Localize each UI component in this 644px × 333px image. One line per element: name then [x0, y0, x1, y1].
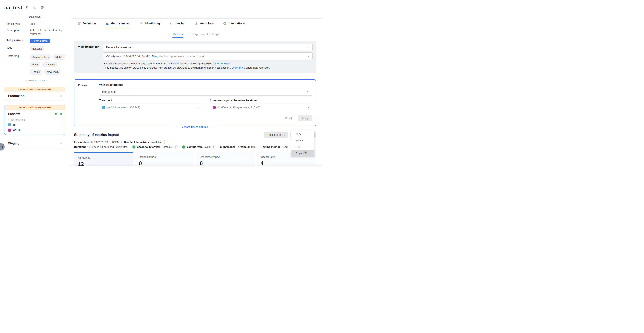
rollout-status-label: Rollout status	[6, 38, 30, 43]
treatment-select[interactable]: on (Unique users: 316,341)	[99, 104, 202, 111]
view-impact-label: View impact for	[78, 44, 103, 70]
environment-section-divider: ENVIRONMENT	[4, 79, 66, 82]
help-icon[interactable]: ?	[212, 145, 215, 148]
treatment-color-on	[102, 106, 105, 109]
share-results-menu: CSV JSON PDF Copy URL	[292, 130, 314, 156]
version-type-select[interactable]: Feature flag versions	[103, 44, 313, 51]
learn-more-link[interactable]: Learn more	[232, 66, 245, 69]
chevron-down-icon	[307, 46, 310, 49]
treatment-row-off: off ✱	[8, 128, 62, 132]
details-section-divider: DETAILS	[4, 16, 66, 18]
env-card-production[interactable]: PRODUCTION ENVIRONMENT Production	[4, 87, 65, 101]
owner-pill[interactable]: bilal+1	[53, 54, 65, 60]
help-icon[interactable]: ?	[174, 145, 177, 148]
menu-item-csv[interactable]: CSV	[292, 131, 314, 137]
treatments-label: TREATMENTS	[8, 119, 62, 121]
panel-zone: View impact for Feature flag versions V2…	[70, 38, 322, 166]
env-card-staging[interactable]: Staging	[4, 139, 65, 148]
ownership-row: Ownership Administrators bilal+1 dave ch…	[6, 54, 66, 75]
check-circle-icon: ✓	[132, 146, 136, 148]
version-select[interactable]: V21 (Active) (10/03/2022 04:59PM To Now)…	[103, 52, 313, 60]
tab-definition[interactable]: Definition	[77, 18, 96, 28]
line-chart-icon	[105, 22, 109, 25]
tab-metrics-impact[interactable]: Metrics impact	[105, 18, 131, 28]
terminal-icon	[169, 22, 173, 25]
environment-section-label: ENVIRONMENT	[24, 79, 45, 82]
default-treatment-asterisk-icon: ✱	[18, 128, 21, 132]
description-row: Description A/A test to check telemetry …	[6, 28, 66, 36]
baseline-filter: Compared against baseline treatment off …	[210, 99, 312, 111]
menu-item-copy-url[interactable]: Copy URL	[292, 150, 314, 156]
bottom-scroll-fade	[70, 164, 322, 166]
env-name-production: Production	[8, 94, 24, 98]
chevron-down-icon	[196, 106, 199, 109]
treatment-filter: Treatment on (Unique users: 316,341)	[99, 99, 202, 111]
details-section-label: DETAILS	[29, 16, 41, 18]
target-icon	[78, 22, 81, 25]
rollout-status-badge[interactable]: External Beta	[30, 38, 50, 43]
menu-item-pdf[interactable]: PDF	[292, 144, 314, 150]
targeting-rule-select[interactable]: default rule	[99, 88, 312, 96]
content-card: Definition Metrics impact Monitoring Liv…	[70, 18, 322, 166]
gear-icon[interactable]: ⚙	[40, 6, 44, 10]
owner-pill[interactable]: channing	[42, 62, 58, 67]
traffic-type-label: Traffic type	[6, 22, 30, 26]
treatment-color-off	[213, 106, 216, 109]
sidebar-collapse-toggle[interactable]: ▶	[0, 143, 5, 150]
star-icon[interactable]: ☆	[33, 6, 37, 10]
tab-audit-logs[interactable]: Audit logs	[194, 18, 214, 28]
summary-section: Summary of metrics impact Recalculate Sh…	[74, 132, 316, 166]
treatment-name-off: off	[13, 128, 16, 132]
baseline-select[interactable]: off (Default | Unique users: 315,461)	[210, 104, 312, 111]
recalculate-button[interactable]: Recalculate	[264, 132, 288, 138]
env-card-preview[interactable]: PRODUCTION ENVIRONMENT Preview TREATMENT…	[4, 105, 65, 135]
summary-meta-line-1: Last update: 05/30/2025 03:57:06PM Recal…	[74, 140, 316, 144]
rollout-status-row: Rollout status External Beta	[6, 38, 66, 43]
reset-button[interactable]: Reset	[284, 116, 292, 121]
swap-arrows-icon	[54, 112, 58, 116]
owner-pill[interactable]: dave	[30, 62, 40, 67]
treatment-label: Treatment	[99, 99, 202, 102]
owner-pill[interactable]: Team1	[30, 69, 42, 75]
env-name-preview: Preview	[8, 112, 20, 116]
treatment-color-on	[8, 124, 11, 126]
flag-header: aa_test ☆ ⚙	[0, 0, 68, 11]
version-note-1: Data for this version is automatically c…	[103, 62, 313, 66]
owner-pill[interactable]: Administrators	[30, 54, 51, 60]
filters-panel: Filters With targeting rule default rule…	[74, 79, 316, 126]
main-area: Definition Metrics impact Monitoring Liv…	[68, 0, 322, 166]
chevron-right-icon: ▶	[2, 146, 4, 148]
more-filters-toggle[interactable]: 0 more filters applied	[173, 125, 217, 128]
filters-label: Filters	[78, 83, 99, 122]
tab-monitoring[interactable]: Monitoring	[139, 18, 160, 28]
treatment-name-on: on	[13, 123, 16, 126]
traffic-type-row: Traffic type user	[6, 22, 66, 26]
tag-pill[interactable]: backend	[30, 46, 44, 52]
subtab-experiment-settings[interactable]: Experiment settings	[192, 31, 220, 38]
puzzle-icon	[223, 22, 227, 25]
description-value: A/A test to check telemetry "fairness"	[30, 28, 66, 36]
status-dot-gray	[60, 142, 62, 144]
chevron-down-icon	[307, 106, 310, 109]
production-environment-banner: PRODUCTION ENVIRONMENT	[4, 87, 65, 92]
treatment-color-off	[8, 129, 11, 132]
page-title: aa_test	[4, 5, 22, 11]
info-icon[interactable]: i	[163, 140, 166, 144]
chevron-down-icon	[307, 90, 310, 93]
tab-bar: Definition Metrics impact Monitoring Liv…	[70, 18, 322, 28]
subtab-results[interactable]: Results	[172, 31, 184, 38]
chevron-down-icon	[307, 55, 310, 58]
summary-title: Summary of metrics impact	[74, 133, 119, 137]
tags-row: Tags backend	[6, 46, 66, 52]
tab-live-tail[interactable]: Live tail	[169, 18, 186, 28]
pulse-icon	[140, 22, 144, 25]
owner-pill[interactable]: New Team	[44, 69, 61, 75]
ownership-label: Ownership	[6, 54, 30, 75]
tab-integrations[interactable]: Integrations	[223, 18, 245, 28]
menu-item-json[interactable]: JSON	[292, 137, 314, 144]
view-definition-link[interactable]: View definition	[214, 62, 230, 65]
apply-button[interactable]: Apply	[298, 115, 312, 122]
targeting-rule-label: With targeting rule	[99, 83, 312, 86]
copy-icon[interactable]	[26, 6, 30, 10]
summary-meta-line-2: Duration: 1013 days 8 hours and 33 minut…	[74, 145, 316, 148]
